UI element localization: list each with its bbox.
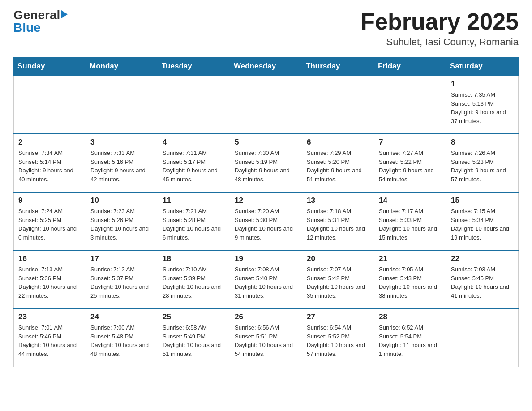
day-number: 11 <box>163 196 225 205</box>
logo-blue-text: Blue <box>13 21 41 34</box>
calendar-cell: 20Sunrise: 7:07 AMSunset: 5:42 PMDayligh… <box>302 250 374 308</box>
calendar-week-row: 9Sunrise: 7:24 AMSunset: 5:25 PMDaylight… <box>14 192 519 250</box>
logo-arrow-icon <box>61 10 68 18</box>
day-info: Sunrise: 7:03 AMSunset: 5:45 PMDaylight:… <box>451 265 514 300</box>
logo: General Blue <box>13 9 68 34</box>
day-number: 20 <box>307 254 369 263</box>
location-title: Suhulet, Iasi County, Romania <box>360 36 519 48</box>
day-number: 4 <box>163 138 225 147</box>
calendar-cell: 10Sunrise: 7:23 AMSunset: 5:26 PMDayligh… <box>86 192 158 250</box>
calendar-day-header: Friday <box>374 57 446 76</box>
calendar-cell: 12Sunrise: 7:20 AMSunset: 5:30 PMDayligh… <box>230 192 302 250</box>
calendar-cell: 6Sunrise: 7:29 AMSunset: 5:20 PMDaylight… <box>302 134 374 192</box>
day-info: Sunrise: 7:35 AMSunset: 5:13 PMDaylight:… <box>451 90 514 125</box>
day-number: 2 <box>18 138 81 147</box>
day-number: 17 <box>90 254 153 263</box>
calendar-day-header: Monday <box>86 57 158 76</box>
day-number: 5 <box>235 138 297 147</box>
calendar-day-header: Sunday <box>14 57 86 76</box>
day-info: Sunrise: 7:29 AMSunset: 5:20 PMDaylight:… <box>307 149 369 184</box>
day-info: Sunrise: 7:10 AMSunset: 5:39 PMDaylight:… <box>163 265 225 300</box>
calendar-cell: 3Sunrise: 7:33 AMSunset: 5:16 PMDaylight… <box>86 134 158 192</box>
day-info: Sunrise: 7:27 AMSunset: 5:22 PMDaylight:… <box>379 149 442 184</box>
day-number: 28 <box>379 313 442 321</box>
title-block: February 2025 Suhulet, Iasi County, Roma… <box>360 9 519 48</box>
day-info: Sunrise: 6:56 AMSunset: 5:51 PMDaylight:… <box>235 323 297 358</box>
day-info: Sunrise: 6:52 AMSunset: 5:54 PMDaylight:… <box>379 323 442 358</box>
day-number: 27 <box>307 313 369 321</box>
calendar-cell: 14Sunrise: 7:17 AMSunset: 5:33 PMDayligh… <box>374 192 446 250</box>
day-number: 3 <box>90 138 153 147</box>
calendar-day-header: Wednesday <box>230 57 302 76</box>
calendar-cell <box>230 76 302 134</box>
calendar-week-row: 23Sunrise: 7:01 AMSunset: 5:46 PMDayligh… <box>14 308 519 367</box>
calendar-cell: 13Sunrise: 7:18 AMSunset: 5:31 PMDayligh… <box>302 192 374 250</box>
day-number: 12 <box>235 196 297 205</box>
calendar-cell <box>374 76 446 134</box>
calendar-cell <box>158 76 230 134</box>
day-info: Sunrise: 7:31 AMSunset: 5:17 PMDaylight:… <box>163 149 225 184</box>
day-info: Sunrise: 7:18 AMSunset: 5:31 PMDaylight:… <box>307 207 369 242</box>
calendar-cell: 5Sunrise: 7:30 AMSunset: 5:19 PMDaylight… <box>230 134 302 192</box>
day-info: Sunrise: 7:20 AMSunset: 5:30 PMDaylight:… <box>235 207 297 242</box>
calendar-cell: 2Sunrise: 7:34 AMSunset: 5:14 PMDaylight… <box>14 134 86 192</box>
day-info: Sunrise: 7:05 AMSunset: 5:43 PMDaylight:… <box>379 265 442 300</box>
calendar-week-row: 2Sunrise: 7:34 AMSunset: 5:14 PMDaylight… <box>14 134 519 192</box>
calendar-cell <box>86 76 158 134</box>
day-info: Sunrise: 7:01 AMSunset: 5:46 PMDaylight:… <box>18 323 81 358</box>
day-number: 6 <box>307 138 369 147</box>
day-number: 24 <box>90 313 153 321</box>
calendar-cell: 11Sunrise: 7:21 AMSunset: 5:28 PMDayligh… <box>158 192 230 250</box>
calendar-week-row: 1Sunrise: 7:35 AMSunset: 5:13 PMDaylight… <box>14 76 519 134</box>
day-info: Sunrise: 7:30 AMSunset: 5:19 PMDaylight:… <box>235 149 297 184</box>
day-info: Sunrise: 7:15 AMSunset: 5:34 PMDaylight:… <box>451 207 514 242</box>
calendar-cell <box>14 76 86 134</box>
calendar-table: SundayMondayTuesdayWednesdayThursdayFrid… <box>13 57 519 367</box>
day-number: 23 <box>18 313 81 321</box>
day-number: 15 <box>451 196 514 205</box>
day-number: 26 <box>235 313 297 321</box>
day-info: Sunrise: 7:21 AMSunset: 5:28 PMDaylight:… <box>163 207 225 242</box>
calendar-cell: 1Sunrise: 7:35 AMSunset: 5:13 PMDaylight… <box>446 76 519 134</box>
calendar-cell: 8Sunrise: 7:26 AMSunset: 5:23 PMDaylight… <box>446 134 519 192</box>
calendar-cell: 17Sunrise: 7:12 AMSunset: 5:37 PMDayligh… <box>86 250 158 308</box>
day-info: Sunrise: 7:34 AMSunset: 5:14 PMDaylight:… <box>18 149 81 184</box>
calendar-cell: 23Sunrise: 7:01 AMSunset: 5:46 PMDayligh… <box>14 308 86 367</box>
calendar-cell: 28Sunrise: 6:52 AMSunset: 5:54 PMDayligh… <box>374 308 446 367</box>
calendar-cell: 16Sunrise: 7:13 AMSunset: 5:36 PMDayligh… <box>14 250 86 308</box>
day-info: Sunrise: 7:24 AMSunset: 5:25 PMDaylight:… <box>18 207 81 242</box>
day-number: 7 <box>379 138 442 147</box>
day-number: 21 <box>379 254 442 263</box>
day-number: 22 <box>451 254 514 263</box>
day-info: Sunrise: 6:54 AMSunset: 5:52 PMDaylight:… <box>307 323 369 358</box>
calendar-cell: 9Sunrise: 7:24 AMSunset: 5:25 PMDaylight… <box>14 192 86 250</box>
day-number: 9 <box>18 196 81 205</box>
day-number: 16 <box>18 254 81 263</box>
day-info: Sunrise: 7:13 AMSunset: 5:36 PMDaylight:… <box>18 265 81 300</box>
day-number: 8 <box>451 138 514 147</box>
day-number: 10 <box>90 196 153 205</box>
day-number: 25 <box>163 313 225 321</box>
day-info: Sunrise: 7:00 AMSunset: 5:48 PMDaylight:… <box>90 323 153 358</box>
logo-general-text: General <box>13 9 68 21</box>
day-info: Sunrise: 7:33 AMSunset: 5:16 PMDaylight:… <box>90 149 153 184</box>
calendar-cell: 18Sunrise: 7:10 AMSunset: 5:39 PMDayligh… <box>158 250 230 308</box>
day-number: 19 <box>235 254 297 263</box>
calendar-cell <box>446 308 519 367</box>
day-info: Sunrise: 7:26 AMSunset: 5:23 PMDaylight:… <box>451 149 514 184</box>
month-title: February 2025 <box>360 9 519 34</box>
calendar-cell: 21Sunrise: 7:05 AMSunset: 5:43 PMDayligh… <box>374 250 446 308</box>
day-info: Sunrise: 6:58 AMSunset: 5:49 PMDaylight:… <box>163 323 225 358</box>
day-number: 13 <box>307 196 369 205</box>
calendar-day-header: Thursday <box>302 57 374 76</box>
calendar-week-row: 16Sunrise: 7:13 AMSunset: 5:36 PMDayligh… <box>14 250 519 308</box>
calendar-cell: 7Sunrise: 7:27 AMSunset: 5:22 PMDaylight… <box>374 134 446 192</box>
calendar-cell: 19Sunrise: 7:08 AMSunset: 5:40 PMDayligh… <box>230 250 302 308</box>
calendar-cell <box>302 76 374 134</box>
calendar-cell: 26Sunrise: 6:56 AMSunset: 5:51 PMDayligh… <box>230 308 302 367</box>
calendar-day-header: Saturday <box>446 57 519 76</box>
day-info: Sunrise: 7:23 AMSunset: 5:26 PMDaylight:… <box>90 207 153 242</box>
day-number: 18 <box>163 254 225 263</box>
calendar-cell: 4Sunrise: 7:31 AMSunset: 5:17 PMDaylight… <box>158 134 230 192</box>
day-number: 14 <box>379 196 442 205</box>
